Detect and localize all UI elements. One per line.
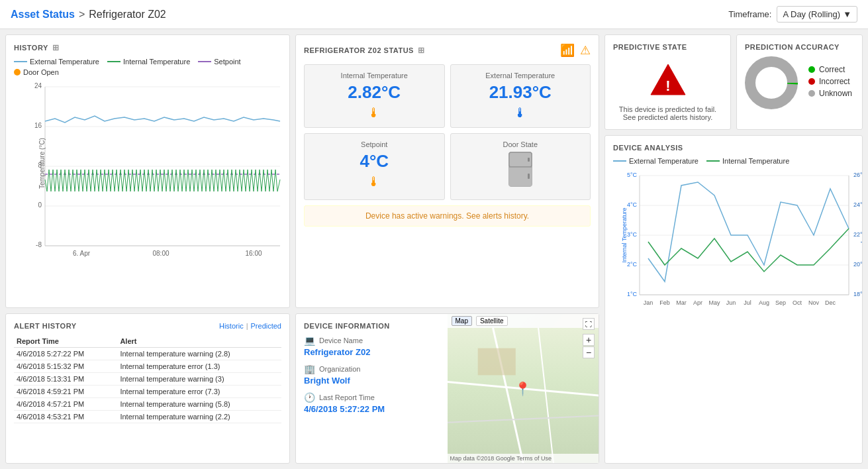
- org-icon: 🏢: [304, 364, 315, 374]
- door-state-label: Door State: [459, 140, 583, 148]
- prediction-accuracy-panel: PREDICTION ACCURACY Correct: [736, 34, 863, 130]
- header: Asset Status > Refrigerator Z02 Timefram…: [0, 0, 868, 29]
- asset-status-link[interactable]: Asset Status: [11, 9, 75, 21]
- table-row: 4/6/2018 4:53:21 PMInternal temperature …: [14, 411, 281, 423]
- svg-text:2°C: 2°C: [627, 261, 638, 268]
- satellite-button[interactable]: Satellite: [476, 316, 508, 326]
- alert-table: Report Time Alert 4/6/2018 5:27:22 PMInt…: [14, 335, 281, 423]
- svg-text:6. Apr: 6. Apr: [73, 250, 91, 257]
- table-row: 4/6/2018 4:59:21 PMInternal temperature …: [14, 386, 281, 398]
- link-separator: |: [246, 322, 248, 330]
- wifi-icon: 📶: [560, 43, 575, 58]
- zoom-out-button[interactable]: −: [583, 346, 595, 358]
- main-grid: HISTORY ⊞ External Temperature Internal …: [0, 29, 868, 469]
- map-expand-button[interactable]: ⛶: [583, 318, 595, 330]
- breadcrumb-separator: >: [79, 9, 85, 21]
- svg-text:May: May: [708, 299, 720, 306]
- svg-text:Mar: Mar: [676, 299, 687, 306]
- analysis-int-legend: Internal Temperature: [706, 157, 789, 165]
- last-report-field: 🕐 Last Report Time 4/6/2018 5:27:22 PM: [304, 392, 440, 414]
- alert-message: Internal temperature warning (2.2): [117, 411, 281, 423]
- unknown-legend: Unknown: [808, 89, 852, 98]
- analysis-ext-legend: External Temperature: [613, 157, 699, 165]
- external-temp-value: 21.93°C: [459, 82, 583, 103]
- svg-text:Jul: Jul: [744, 299, 751, 306]
- map-button[interactable]: Map: [452, 316, 472, 326]
- internal-temp-card: Internal Temperature 2.82°C 🌡: [304, 64, 445, 128]
- right-column: PREDICTIVE STATE ! This device is predic…: [604, 34, 863, 464]
- analysis-legend: External Temperature Internal Temperatur…: [613, 157, 854, 165]
- timeframe-section: Timeframe: A Day (Rolling) ▼: [728, 6, 857, 23]
- svg-text:Feb: Feb: [659, 299, 670, 306]
- svg-rect-21: [528, 174, 530, 179]
- status-grid-icon[interactable]: ⊞: [418, 46, 425, 55]
- alert-message: Internal temperature warning (3): [117, 373, 281, 386]
- report-time-header: Report Time: [14, 335, 117, 348]
- alert-table-scroll[interactable]: Report Time Alert 4/6/2018 5:27:22 PMInt…: [14, 335, 281, 423]
- device-name-label-row: 💻 Device Name: [304, 335, 440, 346]
- svg-line-61: [448, 416, 599, 423]
- predictive-message: This device is predicted to fail. See pr…: [613, 105, 722, 121]
- correct-legend: Correct: [808, 65, 852, 74]
- svg-rect-62: [477, 348, 515, 376]
- svg-text:Apr: Apr: [693, 299, 702, 306]
- map-background: 📍: [448, 328, 599, 463]
- status-title: REFRIGERATOR Z02 STATUS ⊞: [304, 46, 424, 55]
- svg-text:18°C: 18°C: [853, 291, 863, 297]
- map-bar: Map Satellite: [448, 314, 599, 328]
- status-header: REFRIGERATOR Z02 STATUS ⊞ 📶 ⚠: [304, 43, 591, 58]
- history-chart: 24 16 8 0 -8: [42, 80, 287, 266]
- warning-status-icon: ⚠: [580, 43, 591, 58]
- timeframe-dropdown[interactable]: A Day (Rolling) ▼: [777, 6, 857, 23]
- zoom-in-button[interactable]: +: [583, 334, 595, 346]
- device-analysis-title: DEVICE ANALYSIS: [613, 144, 854, 152]
- svg-text:3°C: 3°C: [627, 231, 638, 238]
- svg-text:Jun: Jun: [726, 299, 736, 306]
- device-analysis-panel: DEVICE ANALYSIS External Temperature Int…: [604, 135, 863, 464]
- breadcrumb: Asset Status > Refrigerator Z02: [11, 9, 166, 21]
- svg-text:-8: -8: [36, 241, 42, 248]
- predicted-link[interactable]: Predicted: [251, 322, 281, 330]
- internal-thermometer-icon: 🌡: [313, 105, 436, 121]
- internal-temp-label: Internal Temperature: [313, 72, 436, 79]
- svg-text:5°C: 5°C: [627, 172, 638, 178]
- history-title: HISTORY ⊞: [14, 43, 281, 52]
- y-axis-label: Temperature (°C): [38, 138, 46, 189]
- last-report-value: 4/6/2018 5:27:22 PM: [304, 404, 440, 414]
- svg-text:24: 24: [34, 82, 42, 89]
- chevron-down-icon: ▼: [843, 9, 851, 19]
- svg-text:0: 0: [38, 201, 42, 209]
- warning-bar: Device has active warnings. See alerts h…: [304, 205, 591, 227]
- table-row: 4/6/2018 5:27:22 PMInternal temperature …: [14, 348, 281, 360]
- accuracy-content: Correct Incorrect Unknown: [745, 56, 854, 109]
- alert-message: Internal temperature error (7.3): [117, 386, 281, 398]
- incorrect-legend: Incorrect: [808, 77, 852, 86]
- setpoint-value: 4°C: [313, 151, 436, 172]
- external-thermometer-icon: 🌡: [459, 105, 583, 121]
- history-grid-icon[interactable]: ⊞: [52, 43, 60, 52]
- prediction-accuracy-title: PREDICTION ACCURACY: [745, 43, 854, 51]
- svg-text:26°C: 26°C: [853, 172, 863, 178]
- setpoint-card: Setpoint 4°C 🌡: [304, 133, 445, 200]
- alert-time: 4/6/2018 4:53:21 PM: [14, 411, 117, 423]
- svg-line-60: [538, 328, 554, 463]
- svg-text:08:00: 08:00: [152, 250, 169, 257]
- alert-header-col: Alert: [117, 335, 281, 348]
- setpoint-label: Setpoint: [313, 140, 436, 148]
- alert-time: 4/6/2018 5:27:22 PM: [14, 348, 117, 360]
- timeframe-label: Timeframe:: [728, 9, 771, 19]
- map-zoom-controls: + −: [583, 334, 595, 358]
- svg-text:!: !: [665, 78, 670, 94]
- device-name-field: 💻 Device Name Refrigerator Z02: [304, 335, 440, 357]
- table-row: 4/6/2018 4:57:21 PMInternal temperature …: [14, 398, 281, 411]
- historic-link[interactable]: Historic: [219, 322, 244, 330]
- top-right-panels: PREDICTIVE STATE ! This device is predic…: [604, 34, 863, 130]
- table-row: 4/6/2018 5:13:31 PMInternal temperature …: [14, 373, 281, 386]
- device-name-value: Refrigerator Z02: [304, 347, 440, 357]
- org-value: Bright Wolf: [304, 376, 440, 386]
- svg-text:1°C: 1°C: [627, 291, 638, 297]
- external-temp-label: External Temperature: [459, 72, 583, 79]
- svg-text:Aug: Aug: [759, 299, 769, 306]
- org-label-row: 🏢 Organization: [304, 364, 440, 374]
- svg-text:4°C: 4°C: [627, 201, 638, 208]
